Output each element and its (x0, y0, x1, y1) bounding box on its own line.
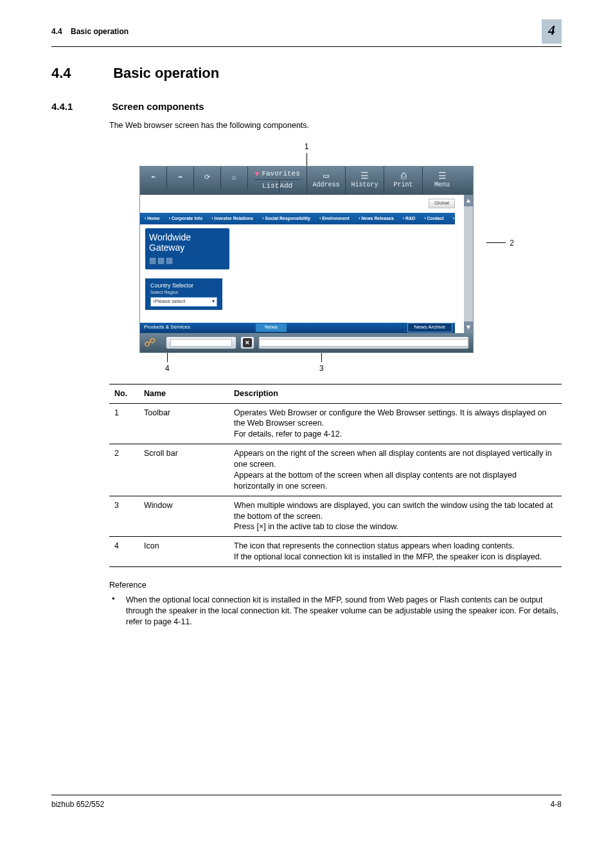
reference-label: Reference (109, 580, 562, 591)
address-icon: ▭ (323, 172, 328, 181)
world-map-icon: ▩▩▩ (149, 257, 191, 266)
nav-item[interactable]: › News Releases (354, 215, 398, 221)
nav-item[interactable]: › Environment (315, 215, 354, 221)
section-title: Basic operation (113, 65, 219, 81)
news-archive-link[interactable]: News Archive (407, 323, 452, 332)
arrow-right-icon: ➡ (178, 173, 182, 183)
callout-3-label: 3 (319, 364, 324, 373)
favorites-group: ♥ Favorites List Add (248, 167, 307, 195)
callout-1: 1 (123, 141, 490, 166)
screenshot-figure: 1 2 ⬅ ➡ ⟳ ⌂ ♥ Favorites List (123, 141, 490, 370)
cell-name: Icon (139, 537, 229, 567)
browser-content: Global › Home › Corporate Info › Investo… (140, 195, 473, 333)
close-tab-button[interactable]: ✕ (240, 336, 254, 349)
address-button[interactable]: ▭ Address (307, 167, 346, 195)
th-no: No. (109, 384, 139, 403)
callout-2-label: 2 (510, 238, 514, 248)
cell-desc: The icon that represents the connection … (229, 537, 562, 567)
components-table: No. Name Description 1ToolbarOperates We… (109, 384, 562, 567)
menu-label: Menu (434, 181, 450, 190)
nav-item[interactable]: › Home (140, 215, 164, 221)
footer-right: 4-8 (551, 799, 562, 809)
callout-3: 3 (319, 353, 324, 374)
site-nav: › Home › Corporate Info › Investor Relat… (140, 213, 455, 224)
region-dropdown[interactable]: ›Please select ▾ (150, 297, 217, 307)
menu-icon: ☰ (438, 172, 447, 181)
print-button[interactable]: ⎙ Print (384, 167, 423, 195)
page-area: Global › Home › Corporate Info › Investo… (140, 195, 464, 333)
subsection-number: 4.4.1 (51, 100, 109, 113)
table-row: 4IconThe icon that represents the connec… (109, 537, 562, 567)
chapter-badge: 4 (542, 19, 562, 44)
cell-desc: Operates Web Browser or configure the We… (229, 403, 562, 444)
intro-text: The Web browser screen has the following… (109, 120, 562, 131)
history-icon: ☰ (360, 172, 369, 181)
products-services-label: Products & Services (140, 324, 256, 331)
table-row: 1ToolbarOperates Web Browser or configur… (109, 403, 562, 444)
scroll-up-icon[interactable]: ▲ (464, 195, 473, 206)
home-button[interactable]: ⌂ (221, 167, 248, 190)
cell-name: Toolbar (139, 403, 229, 444)
reload-icon: ⟳ (204, 173, 210, 183)
back-button[interactable]: ⬅ (140, 167, 167, 190)
vertical-scrollbar[interactable]: ▲ ▼ (464, 195, 473, 333)
global-tab[interactable]: Global (429, 199, 455, 208)
dropdown-value: ›Please select (153, 298, 185, 305)
cell-no: 3 (109, 496, 139, 537)
reference-bullet: When the optional local connection kit i… (109, 595, 562, 628)
callout-2: 2 (486, 238, 514, 248)
browser-screenshot: ⬅ ➡ ⟳ ⌂ ♥ Favorites List Add ▭ Addres (139, 166, 474, 353)
menu-button[interactable]: ☰ Menu (423, 167, 461, 195)
arrow-left-icon: ⬅ (151, 173, 155, 183)
cell-no: 4 (109, 537, 139, 567)
forward-button[interactable]: ➡ (167, 167, 194, 190)
nav-item[interactable]: › MotoGP (449, 215, 464, 221)
favorites-label: Favorites (262, 169, 299, 179)
window-tab-inactive[interactable] (258, 336, 469, 349)
footer-left: bizhub 652/552 (51, 799, 104, 809)
nav-item[interactable]: › Contact (420, 215, 448, 221)
cell-name: Scroll bar (139, 444, 229, 496)
runhead-section-title: Basic operation (71, 27, 129, 36)
scroll-down-icon[interactable]: ▼ (464, 321, 473, 333)
favorites-add-button[interactable]: Add (280, 180, 292, 192)
callout-4-label: 4 (165, 364, 170, 373)
reference-list: When the optional local connection kit i… (109, 595, 562, 628)
callout-1-label: 1 (305, 142, 309, 151)
country-selector: Country Selector Select Region ›Please s… (145, 278, 222, 310)
history-label: History (351, 181, 378, 190)
cell-desc: When multiple windows are displayed, you… (229, 496, 562, 537)
subsection-heading: 4.4.1 Screen components (51, 100, 562, 113)
section-heading: 4.4 Basic operation (51, 64, 562, 83)
cell-no: 1 (109, 403, 139, 444)
table-header-row: No. Name Description (109, 384, 562, 403)
cell-no: 2 (109, 444, 139, 496)
favorites-list-button[interactable]: List (262, 180, 280, 192)
table-row: 3WindowWhen multiple windows are display… (109, 496, 562, 537)
nav-item[interactable]: › Social Responsibility (258, 215, 315, 221)
browser-bottom-strip: ☍ ✕ (140, 333, 473, 352)
nav-item[interactable]: › Investor Relations (207, 215, 258, 221)
window-tab-active[interactable] (166, 336, 236, 349)
section-number: 4.4 (51, 64, 109, 83)
history-button[interactable]: ☰ History (346, 167, 384, 195)
cell-desc: Appears on the right of the screen when … (229, 444, 562, 496)
browser-toolbar: ⬅ ➡ ⟳ ⌂ ♥ Favorites List Add ▭ Addres (140, 167, 473, 195)
nav-item[interactable]: › R&D (398, 215, 420, 221)
runhead-section-no: 4.4 (51, 27, 62, 36)
scroll-track[interactable] (464, 206, 473, 321)
print-label: Print (393, 181, 413, 190)
nav-item[interactable]: › Corporate Info (164, 215, 208, 221)
close-icon: ✕ (243, 338, 252, 347)
heart-icon: ♥ (254, 169, 259, 179)
home-icon: ⌂ (232, 173, 236, 183)
connection-icon: ☍ (144, 335, 155, 350)
news-label: News (256, 323, 287, 332)
th-name: Name (139, 384, 229, 403)
subsection-title: Screen components (112, 101, 204, 112)
address-label: Address (312, 181, 339, 190)
chevron-down-icon: ▾ (212, 298, 215, 305)
reload-button[interactable]: ⟳ (194, 167, 221, 190)
worldwide-label: Worldwide (149, 232, 191, 242)
table-row: 2Scroll barAppears on the right of the s… (109, 444, 562, 496)
